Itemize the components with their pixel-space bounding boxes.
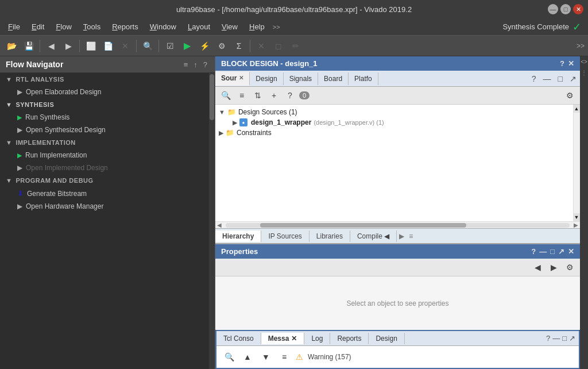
nav-section-debug[interactable]: ▼ PROGRAM AND DEBUG bbox=[0, 174, 215, 187]
src-tab-menu[interactable]: ≡ bbox=[407, 232, 415, 240]
toolbar-copy[interactable]: ⬜ bbox=[83, 38, 99, 54]
nav-open-elaborated[interactable]: ▶ Open Elaborated Design bbox=[0, 86, 215, 98]
btm-minimize[interactable]: — bbox=[552, 334, 560, 343]
tree-item-design-sources[interactable]: ▼ 📁 Design Sources (1) bbox=[215, 107, 580, 117]
menu-help[interactable]: Help bbox=[243, 20, 270, 33]
toolbar-check[interactable]: ☑ bbox=[162, 38, 178, 54]
h-scroll-right[interactable]: ▶ bbox=[572, 222, 580, 228]
src-tab-libraries[interactable]: Libraries bbox=[310, 230, 350, 242]
prop-gear-btn[interactable]: ⚙ bbox=[563, 260, 577, 274]
src-add-btn[interactable]: + bbox=[267, 89, 281, 102]
nav-ctrl-up[interactable]: ↑ bbox=[192, 60, 199, 69]
toolbar-search[interactable]: 🔍 bbox=[140, 38, 156, 54]
nav-ctrl-help[interactable]: ? bbox=[202, 60, 209, 69]
tree-item-wrapper[interactable]: ▶ ● design_1_wrapper (design_1_wrapper.v… bbox=[215, 117, 580, 128]
h-scroll-left[interactable]: ◀ bbox=[215, 222, 223, 228]
prop-minimize[interactable]: — bbox=[539, 247, 547, 256]
toolbar-run[interactable]: ▶ bbox=[179, 38, 195, 54]
tree-item-constraints[interactable]: ▶ 📁 Constraints bbox=[215, 128, 580, 138]
menu-tools[interactable]: Tools bbox=[78, 20, 106, 33]
src-settings-btn[interactable]: ⚙ bbox=[563, 89, 577, 102]
nav-open-hardware[interactable]: ▶ Open Hardware Manager bbox=[0, 200, 215, 213]
src-tab-ip-sources[interactable]: IP Sources bbox=[261, 230, 309, 242]
src-sort-btn[interactable]: ⇅ bbox=[251, 89, 265, 102]
nav-generate-bitstream[interactable]: ⬇ Generate Bitstream bbox=[0, 187, 215, 200]
prop-help[interactable]: ? bbox=[531, 247, 536, 256]
nav-section-synthesis[interactable]: ▼ SYNTHESIS bbox=[0, 98, 215, 111]
prop-maximize[interactable]: □ bbox=[550, 247, 555, 256]
sources-tab-close[interactable]: ✕ bbox=[239, 75, 243, 81]
nav-run-implementation[interactable]: ▶ Run Implementation bbox=[0, 149, 215, 162]
toolbar-sigma[interactable]: Σ bbox=[231, 38, 247, 54]
close-button[interactable]: ✕ bbox=[573, 4, 583, 14]
menu-expand[interactable]: >> bbox=[273, 24, 280, 30]
menu-window[interactable]: Window bbox=[144, 20, 182, 33]
minimize-button[interactable]: — bbox=[548, 4, 558, 14]
tab-minimize[interactable]: — bbox=[540, 74, 555, 83]
nav-ctrl-menu[interactable]: ≡ bbox=[182, 60, 190, 69]
tab-platform[interactable]: Platfo bbox=[349, 72, 378, 85]
toolbar-back[interactable]: ◀ bbox=[43, 38, 59, 54]
tree-scroll-down[interactable]: ▼ bbox=[573, 213, 580, 221]
bottom-filter-down[interactable]: ▼ bbox=[259, 350, 273, 364]
toolbar-expand[interactable]: >> bbox=[577, 42, 585, 50]
src-search-btn[interactable]: 🔍 bbox=[219, 89, 233, 102]
tab-maximize[interactable]: □ bbox=[555, 74, 566, 83]
toolbar-open[interactable]: 📂 bbox=[3, 38, 20, 54]
bottom-filter-up[interactable]: ▲ bbox=[241, 350, 254, 364]
tree-scroll-up[interactable]: ▲ bbox=[573, 105, 580, 113]
tab-expand[interactable]: ↗ bbox=[566, 74, 580, 83]
toolbar-flash[interactable]: ⚡ bbox=[196, 38, 212, 54]
nav-run-synthesis[interactable]: ▶ Run Synthesis bbox=[0, 111, 215, 124]
toolbar-gear[interactable]: ⚙ bbox=[214, 38, 230, 54]
menu-layout[interactable]: Layout bbox=[182, 20, 216, 33]
prop-expand[interactable]: ↗ bbox=[558, 247, 564, 256]
bottom-tab-log[interactable]: Log bbox=[304, 333, 330, 344]
toolbar-save[interactable]: 💾 bbox=[21, 38, 37, 54]
tab-sources[interactable]: Sour ✕ bbox=[215, 72, 250, 86]
prop-fwd-btn[interactable]: ▶ bbox=[547, 260, 560, 274]
tab-board[interactable]: Board bbox=[318, 72, 349, 85]
src-tab-hierarchy[interactable]: Hierarchy bbox=[215, 230, 261, 242]
toolbar-btn-x2[interactable]: ◻ bbox=[270, 38, 287, 54]
messages-tab-close[interactable]: ✕ bbox=[291, 335, 297, 343]
nav-section-rtl[interactable]: ▼ RTL ANALYSIS bbox=[0, 73, 215, 86]
menu-file[interactable]: File bbox=[2, 20, 26, 33]
src-info-btn[interactable]: ? bbox=[283, 89, 297, 102]
prop-back-btn[interactable]: ◀ bbox=[531, 260, 544, 274]
h-scrollbar[interactable]: ◀ ▶ bbox=[215, 221, 580, 228]
bd-minimize[interactable]: ✕ bbox=[568, 59, 574, 68]
strip-expand[interactable]: <> bbox=[580, 56, 588, 67]
tab-help[interactable]: ? bbox=[528, 74, 540, 83]
src-tab-compile[interactable]: Compile ◀ bbox=[350, 230, 397, 242]
strip-more[interactable]: ⋮ bbox=[580, 67, 588, 78]
bottom-tab-design[interactable]: Design bbox=[369, 333, 404, 344]
bottom-search[interactable]: 🔍 bbox=[222, 350, 236, 364]
toolbar-fwd[interactable]: ▶ bbox=[60, 38, 76, 54]
prop-close[interactable]: ✕ bbox=[568, 247, 574, 256]
menu-view[interactable]: View bbox=[216, 20, 243, 33]
tab-design[interactable]: Design bbox=[250, 72, 283, 85]
nav-open-synthesized[interactable]: ▶ Open Synthesized Design bbox=[0, 124, 215, 136]
bd-help[interactable]: ? bbox=[560, 59, 564, 68]
maximize-button[interactable]: □ bbox=[560, 4, 571, 14]
src-tab-more[interactable]: ▶ bbox=[397, 232, 407, 240]
menu-reports[interactable]: Reports bbox=[106, 20, 144, 33]
bottom-tab-reports[interactable]: Reports bbox=[330, 333, 369, 344]
bottom-tab-tcl[interactable]: Tcl Conso bbox=[216, 333, 261, 344]
bottom-tab-messages[interactable]: Messa ✕ bbox=[261, 333, 305, 344]
nav-section-impl[interactable]: ▼ IMPLEMENTATION bbox=[0, 136, 215, 149]
tab-signals[interactable]: Signals bbox=[284, 72, 318, 85]
menu-flow[interactable]: Flow bbox=[50, 20, 77, 33]
btm-expand[interactable]: ↗ bbox=[569, 334, 575, 343]
toolbar-paste[interactable]: 📄 bbox=[100, 38, 116, 54]
toolbar-btn-x1[interactable]: ✕ bbox=[253, 38, 269, 54]
toolbar-btn-x3[interactable]: ✏ bbox=[288, 38, 304, 54]
flow-nav-scrollbar[interactable] bbox=[209, 73, 215, 369]
btm-help[interactable]: ? bbox=[546, 334, 550, 343]
bottom-filter-btn[interactable]: ≡ bbox=[277, 350, 291, 364]
btm-maximize[interactable]: □ bbox=[562, 334, 567, 343]
toolbar-delete[interactable]: ✕ bbox=[117, 38, 133, 54]
src-filter-btn[interactable]: ≡ bbox=[235, 89, 249, 102]
tree-scrollbar[interactable]: ▲ ▼ bbox=[573, 105, 580, 221]
